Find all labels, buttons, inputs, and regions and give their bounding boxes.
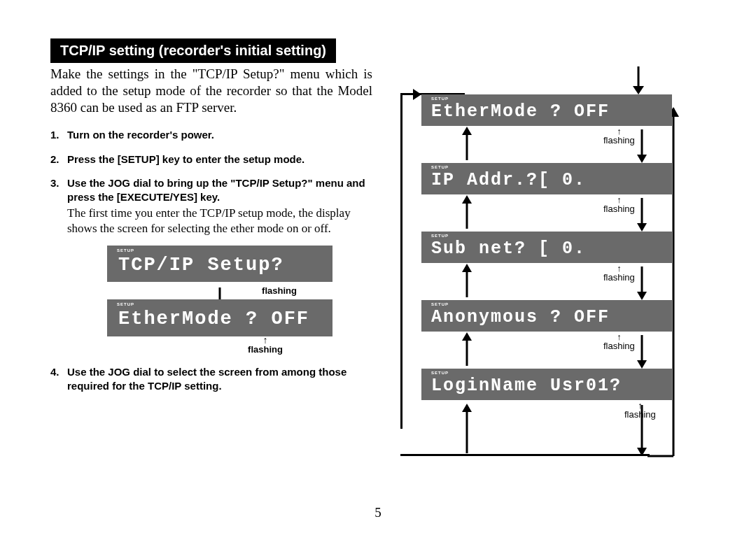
step-3: Use the JOG dial to bring up the "TCP/IP… <box>50 176 372 354</box>
setup-tag: SETUP <box>117 301 134 307</box>
flashing-pointer: ↑ flashing <box>248 335 283 354</box>
step-2-text: Press the [SETUP] key to enter the setup… <box>67 153 304 165</box>
section-header: TCP/IP setting (recorder's initial setti… <box>50 38 336 63</box>
svg-marker-3 <box>633 86 644 94</box>
lcd-text: Anonymous ? OFF <box>431 307 610 327</box>
flow-diagram: SETUP EtherMode ? OFF ↑flashing SETUP IP… <box>400 66 680 458</box>
setup-tag: SETUP <box>431 234 449 238</box>
lcd-ip-addr: SETUP IP Addr.?[ 0. <box>421 163 672 194</box>
setup-tag: SETUP <box>117 248 134 253</box>
flashing-pointer: flashing <box>262 286 297 295</box>
intro-text: Make the settings in the "TCP/IP Setup?"… <box>50 66 372 115</box>
step-2: Press the [SETUP] key to enter the setup… <box>50 152 372 166</box>
flashing-pointer: ↑flashing <box>603 332 635 350</box>
up-arrow-icon: ↑ <box>263 335 268 345</box>
flashing-label: flashing <box>603 341 635 351</box>
lcd-text: IP Addr.?[ 0. <box>431 170 586 190</box>
flashing-pointer: ↑flashing <box>603 264 635 282</box>
lcd-anonymous: SETUP Anonymous ? OFF <box>421 300 672 332</box>
lcd-subnet: SETUP Sub net? [ 0. <box>421 232 672 263</box>
steps-list: Turn on the recorder's power. Press the … <box>50 128 372 393</box>
lcd-text: EtherMode ? OFF <box>118 308 309 329</box>
flow-border <box>400 454 650 456</box>
flashing-label: flashing <box>624 409 656 420</box>
setup-tag: SETUP <box>431 371 449 375</box>
flashing-label: flashing <box>603 135 635 145</box>
svg-marker-4 <box>413 89 421 100</box>
lcd-text: Sub net? [ 0. <box>431 239 586 259</box>
lcd-stack-left: SETUP TCP/IP Setup? flashing SETUP Ether… <box>67 246 372 354</box>
flashing-label: flashing <box>603 272 635 283</box>
lcd-ethermode: SETUP EtherMode ? OFF <box>421 94 672 126</box>
setup-tag: SETUP <box>431 165 449 169</box>
setup-tag: SETUP <box>431 97 449 101</box>
lcd-text: LoginName Usr01? <box>431 376 622 396</box>
flashing-pointer: ↑flashing <box>603 195 635 213</box>
setup-tag: SETUP <box>431 302 449 306</box>
lcd-ethermode: SETUP EtherMode ? OFF <box>107 299 332 336</box>
lcd-tcpip-setup: SETUP TCP/IP Setup? <box>107 246 332 282</box>
step-3-text: Use the JOG dial to bring up the "TCP/IP… <box>67 177 365 203</box>
step-3-note: The first time you enter the TCP/IP setu… <box>67 206 372 236</box>
step-1-text: Turn on the recorder's power. <box>67 129 214 141</box>
flashing-label: flashing <box>248 345 283 354</box>
flashing-label: flashing <box>603 204 635 214</box>
step-4: Use the JOG dial to select the screen fr… <box>50 365 372 394</box>
step-4-text: Use the JOG dial to select the screen fr… <box>67 366 346 392</box>
flashing-pointer: ↑flashing <box>603 127 635 145</box>
flashing-pointer: ↑flashing <box>624 401 656 419</box>
lcd-text: TCP/IP Setup? <box>118 255 284 276</box>
flashing-label: flashing <box>262 286 297 295</box>
lcd-text: EtherMode ? OFF <box>431 101 610 122</box>
page-number: 5 <box>0 505 756 520</box>
step-1: Turn on the recorder's power. <box>50 128 372 142</box>
lcd-loginname: SETUP LoginName Usr01? <box>421 369 672 400</box>
